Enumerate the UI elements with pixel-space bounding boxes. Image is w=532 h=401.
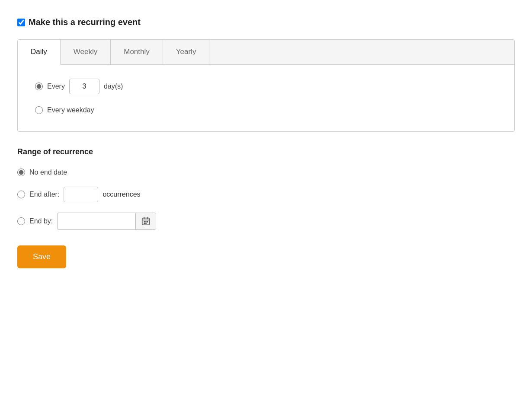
recurring-checkbox[interactable] bbox=[17, 19, 25, 26]
calendar-icon bbox=[141, 216, 151, 226]
end-by-row: End by: bbox=[17, 213, 515, 230]
range-section: Range of recurrence No end date End afte… bbox=[17, 147, 515, 230]
occurrences-suffix-label: occurrences bbox=[103, 191, 140, 198]
end-by-label[interactable]: End by: bbox=[29, 217, 53, 225]
recurring-checkbox-label[interactable]: Make this a recurring event bbox=[29, 17, 141, 27]
no-end-date-radio[interactable] bbox=[17, 169, 25, 176]
days-input[interactable] bbox=[69, 79, 99, 94]
end-after-row: End after: occurrences bbox=[17, 187, 515, 202]
end-by-wrapper bbox=[57, 213, 156, 230]
every-weekday-radio[interactable] bbox=[35, 106, 43, 114]
end-by-input[interactable] bbox=[58, 214, 135, 229]
svg-rect-7 bbox=[144, 223, 145, 224]
tab-weekly[interactable]: Weekly bbox=[61, 40, 111, 64]
every-weekday-row: Every weekday bbox=[35, 106, 497, 114]
tab-yearly[interactable]: Yearly bbox=[163, 40, 210, 64]
every-label[interactable]: Every bbox=[47, 83, 65, 90]
no-end-date-label[interactable]: No end date bbox=[29, 169, 67, 176]
days-suffix-label: day(s) bbox=[104, 83, 123, 90]
end-after-radio[interactable] bbox=[17, 191, 25, 198]
every-weekday-label[interactable]: Every weekday bbox=[47, 106, 94, 114]
tab-daily[interactable]: Daily bbox=[18, 40, 61, 65]
recurrence-tabs: Daily Weekly Monthly Yearly bbox=[18, 40, 514, 65]
recurring-event-header: Make this a recurring event bbox=[17, 17, 515, 27]
no-end-date-row: No end date bbox=[17, 169, 515, 176]
svg-rect-4 bbox=[144, 221, 145, 223]
range-title: Range of recurrence bbox=[17, 147, 515, 156]
end-after-label[interactable]: End after: bbox=[29, 191, 59, 198]
recurrence-panel: Daily Weekly Monthly Yearly Every day(s)… bbox=[17, 39, 515, 132]
occurrences-input[interactable] bbox=[64, 187, 98, 202]
svg-rect-5 bbox=[145, 221, 147, 223]
save-button[interactable]: Save bbox=[17, 245, 66, 268]
every-days-row: Every day(s) bbox=[35, 79, 497, 94]
tab-monthly[interactable]: Monthly bbox=[111, 40, 163, 64]
end-by-radio[interactable] bbox=[17, 217, 25, 225]
svg-rect-6 bbox=[147, 221, 148, 223]
svg-rect-8 bbox=[145, 223, 147, 224]
tab-content-daily: Every day(s) Every weekday bbox=[18, 65, 514, 131]
calendar-button[interactable] bbox=[135, 213, 156, 229]
every-days-radio[interactable] bbox=[35, 83, 43, 90]
